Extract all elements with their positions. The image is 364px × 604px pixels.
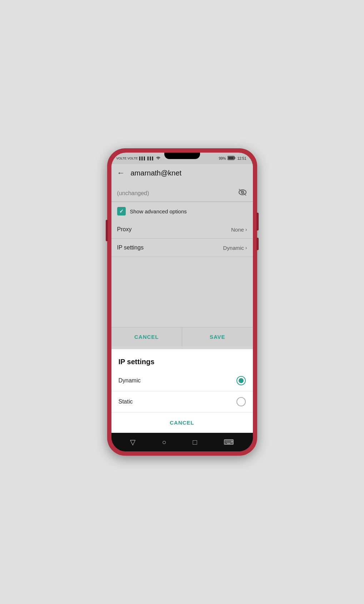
- signal2-icon: ▌▌▌: [148, 157, 154, 160]
- ip-settings-row[interactable]: IP settings Dynamic ›: [111, 239, 253, 257]
- time-label: 12:51: [237, 157, 246, 160]
- back-button[interactable]: ←: [117, 168, 125, 178]
- cancel-button[interactable]: CANCEL: [111, 327, 183, 346]
- nav-bar: ▽ ○ □ ⌨: [111, 433, 253, 451]
- password-placeholder[interactable]: (unchanged): [117, 190, 238, 197]
- carrier-label: VOLTE VOLTE: [116, 157, 138, 160]
- page-title: amarnath@knet: [131, 169, 182, 177]
- sheet-cancel-button[interactable]: CANCEL: [111, 412, 253, 433]
- svg-rect-2: [228, 157, 234, 159]
- dynamic-label: Dynamic: [119, 377, 141, 384]
- screen: ← amarnath@knet (unchanged): [111, 164, 253, 433]
- chevron-right-icon: ›: [245, 227, 247, 232]
- back-nav-icon[interactable]: ▽: [130, 438, 135, 446]
- advanced-options-label: Show advanced options: [130, 208, 187, 214]
- static-option-row[interactable]: Static: [111, 391, 253, 412]
- advanced-options-checkbox[interactable]: ✓: [117, 207, 126, 216]
- spacer: [111, 257, 253, 327]
- recent-nav-icon[interactable]: □: [193, 438, 197, 446]
- action-buttons: CANCEL SAVE: [111, 327, 253, 346]
- proxy-label: Proxy: [117, 226, 132, 233]
- notch: [164, 153, 200, 159]
- volume-down-button[interactable]: [256, 238, 259, 250]
- proxy-value[interactable]: None ›: [231, 227, 247, 233]
- proxy-row[interactable]: Proxy None ›: [111, 221, 253, 239]
- volume-button[interactable]: [106, 220, 108, 241]
- keyboard-nav-icon[interactable]: ⌨: [224, 438, 234, 446]
- dynamic-radio[interactable]: [236, 376, 246, 385]
- advanced-options-row[interactable]: ✓ Show advanced options: [111, 202, 253, 221]
- ip-settings-bottom-sheet: IP settings Dynamic Static CANCEL: [111, 349, 253, 433]
- save-button[interactable]: SAVE: [182, 327, 253, 346]
- wifi-icon: [156, 156, 161, 161]
- ip-settings-value[interactable]: Dynamic ›: [223, 245, 247, 251]
- static-radio[interactable]: [236, 397, 246, 406]
- chevron-right-icon2: ›: [245, 245, 247, 251]
- battery-percentage: 99%: [219, 157, 226, 160]
- ip-settings-label: IP settings: [117, 244, 144, 251]
- svg-rect-1: [235, 157, 235, 159]
- sheet-title: IP settings: [111, 349, 253, 370]
- dynamic-option-row[interactable]: Dynamic: [111, 370, 253, 391]
- radio-selected-indicator: [239, 378, 244, 383]
- eye-off-icon[interactable]: [238, 188, 247, 198]
- checkmark-icon: ✓: [119, 208, 124, 214]
- password-field-row[interactable]: (unchanged): [111, 185, 253, 202]
- proxy-value-text: None: [231, 227, 244, 233]
- signal-icon: ▌▌▌: [139, 157, 146, 160]
- header: ← amarnath@knet: [111, 164, 253, 182]
- static-label: Static: [119, 398, 133, 405]
- home-nav-icon[interactable]: ○: [162, 438, 166, 446]
- ip-settings-value-text: Dynamic: [223, 245, 244, 251]
- battery-icon: [228, 156, 235, 161]
- content-area: (unchanged) ✓ Show a: [111, 182, 253, 349]
- power-button[interactable]: [256, 213, 259, 231]
